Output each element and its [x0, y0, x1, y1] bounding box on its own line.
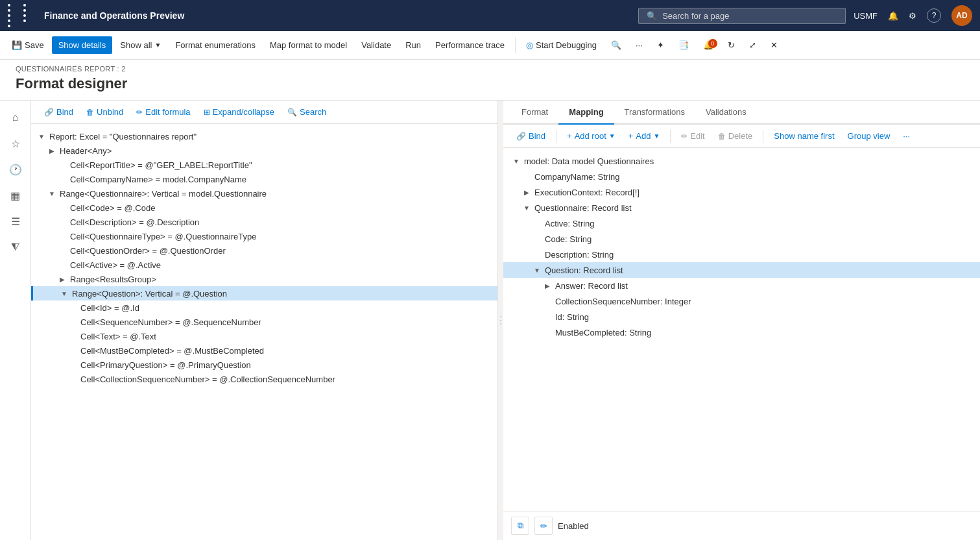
nav-filter[interactable]: ⧨ [4, 236, 27, 259]
tree-item-results-group[interactable]: ▶ Range<ResultsGroup> [31, 272, 497, 286]
tree-item-must-complete[interactable]: Cell<MustBeCompleted> = @.MustBeComplete… [31, 343, 497, 358]
tree-item-question-order[interactable]: Cell<QuestionOrder> = @.QuestionOrder [31, 243, 497, 258]
expand-questionnaire-icon: ▼ [521, 202, 532, 213]
tree-item-id[interactable]: Cell<Id> = @.Id [31, 301, 497, 315]
user-label: USMF [854, 11, 878, 21]
tree-item-text[interactable]: Cell<Text> = @.Text [31, 329, 497, 343]
breadcrumb: QUESTIONNAIRES REPORT : 2 [16, 65, 964, 73]
nav-workspaces[interactable]: ▦ [4, 184, 27, 207]
tab-format[interactable]: Format [511, 101, 558, 125]
toolbar-expand-button[interactable]: ⤢ [743, 36, 763, 54]
model-item-questionnaire[interactable]: ▼ Questionnaire: Record list [503, 200, 980, 215]
tree-item-header[interactable]: ▶ Header<Any> [31, 143, 497, 158]
map-format-button[interactable]: Map format to model [263, 36, 353, 54]
plugin-icon: ✦ [657, 40, 664, 50]
tree-item-description[interactable]: Cell<Description> = @.Description [31, 215, 497, 229]
no-expand-icon [57, 174, 67, 184]
app-title: Finance and Operations Preview [44, 10, 630, 21]
nav-favorites[interactable]: ☆ [4, 132, 27, 155]
format-toolbar: 🔗 Bind 🗑 Unbind ✏ Edit formula ⊞ Expand/… [31, 101, 497, 124]
tree-item-primary-question[interactable]: Cell<PrimaryQuestion> = @.PrimaryQuestio… [31, 358, 497, 372]
tree-item-label: Range<ResultsGroup> [70, 275, 156, 284]
tab-transformations[interactable]: Transformations [614, 101, 695, 125]
toolbar-search-button[interactable]: 🔍 [604, 36, 628, 54]
run-button[interactable]: Run [399, 36, 427, 54]
edit-button[interactable]: ✏ Edit [676, 129, 710, 143]
model-bind-button[interactable]: 🔗 Bind [511, 129, 551, 143]
toolbar-plugin-button[interactable]: ✦ [651, 36, 671, 54]
tree-item-range-questionnaire[interactable]: ▼ Range<Questionnaire>: Vertical = model… [31, 186, 497, 201]
edit-formula-button[interactable]: ✏ Edit formula [131, 104, 195, 119]
help-icon[interactable]: ? [927, 8, 941, 23]
model-item-company-name[interactable]: CompanyName: String [503, 169, 980, 184]
nav-home[interactable]: ⌂ [4, 106, 27, 129]
toolbar-close-button[interactable]: ✕ [764, 36, 784, 54]
group-view-button[interactable]: Group view [843, 129, 896, 143]
save-button[interactable]: 💾 Save [5, 36, 51, 54]
expand-question-icon: ▼ [59, 288, 69, 299]
add-button[interactable]: + Add ▼ [623, 129, 665, 143]
toolbar-more-button[interactable]: ··· [629, 36, 649, 54]
model-item-code[interactable]: Code: String [503, 231, 980, 247]
avatar[interactable]: AD [951, 5, 972, 26]
tree-item-seq-number[interactable]: Cell<SequenceNumber> = @.SequenceNumber [31, 315, 497, 329]
model-item-description[interactable]: Description: String [503, 247, 980, 262]
toolbar-separator [515, 38, 516, 53]
model-more-icon: ··· [903, 131, 910, 141]
tree-item-label: Report: Excel = "Questionnaires report" [49, 132, 197, 141]
model-toolbar-sep1 [556, 130, 556, 143]
show-details-button[interactable]: Show details [52, 36, 113, 54]
save-icon: 💾 [12, 40, 22, 50]
model-item-must-complete[interactable]: MustBeCompleted: String [503, 325, 980, 340]
model-more-button[interactable]: ··· [898, 129, 915, 143]
model-item-root[interactable]: ▼ model: Data model Questionnaires [503, 153, 980, 169]
start-debugging-button[interactable]: ◎ Start Debugging [520, 36, 603, 54]
settings-icon[interactable]: ⚙ [909, 11, 916, 21]
tree-item-code[interactable]: Cell<Code> = @.Code [31, 201, 497, 215]
tree-item-coll-seq[interactable]: Cell<CollectionSequenceNumber> = @.Colle… [31, 372, 497, 386]
expand-range-icon: ▼ [47, 188, 57, 199]
format-enumerations-button[interactable]: Format enumerations [169, 36, 262, 54]
nav-modules[interactable]: ☰ [4, 210, 27, 233]
model-item-id[interactable]: Id: String [503, 309, 980, 325]
model-item-coll-seq[interactable]: CollectionSequenceNumber: Integer [503, 293, 980, 309]
tree-item-active[interactable]: Cell<Active> = @.Active [31, 258, 497, 272]
model-item-question[interactable]: ▼ Question: Record list [503, 262, 980, 278]
copy-icon-bottom[interactable]: ⧉ [511, 517, 529, 535]
tree-item-label: Cell<Text> = @.Text [80, 332, 156, 341]
performance-trace-button[interactable]: Performance trace [429, 36, 511, 54]
validate-button[interactable]: Validate [355, 36, 398, 54]
model-item-exec-context[interactable]: ▶ ExecutionContext: Record[!] [503, 184, 980, 200]
tab-validations[interactable]: Validations [695, 101, 757, 125]
toolbar-refresh-button[interactable]: ↻ [721, 36, 741, 54]
show-all-button[interactable]: Show all ▼ [114, 36, 167, 54]
delete-button[interactable]: 🗑 Delete [713, 129, 758, 143]
model-toolbar: 🔗 Bind + Add root ▼ + Add ▼ [503, 125, 980, 148]
model-toolbar-sep3 [763, 130, 763, 143]
app-grid-button[interactable] [8, 4, 36, 27]
edit-icon-bottom[interactable]: ✏ [534, 517, 553, 535]
show-name-first-button[interactable]: Show name first [769, 129, 839, 143]
tree-item-label: Range<Questionnaire>: Vertical = model.Q… [60, 189, 267, 199]
toolbar-bookmark-button[interactable]: 📑 [672, 36, 695, 54]
expand-collapse-button[interactable]: ⊞ Expand/collapse [198, 104, 280, 119]
tree-item-label: Cell<MustBeCompleted> = @.MustBeComplete… [80, 346, 264, 356]
notification-icon[interactable]: 🔔 [888, 11, 898, 21]
nav-recent[interactable]: 🕐 [4, 158, 27, 181]
model-item-active[interactable]: Active: String [503, 215, 980, 231]
toolbar-notification-button[interactable]: 🔔 0 [697, 36, 720, 54]
tree-item-company-name[interactable]: Cell<CompanyName> = model.CompanyName [31, 172, 497, 186]
search-format-button[interactable]: 🔍 Search [282, 104, 331, 119]
panel-divider[interactable]: ⋮ [498, 101, 503, 540]
unbind-button[interactable]: 🗑 Unbind [81, 104, 128, 119]
tree-item-report-title[interactable]: Cell<ReportTitle> = @"GER_LABEL:ReportTi… [31, 158, 497, 172]
bind-button[interactable]: 🔗 Bind [39, 104, 78, 119]
tree-item-questionnaire-type[interactable]: Cell<QuestionnaireType> = @.Questionnair… [31, 229, 497, 243]
model-item-answer[interactable]: ▶ Answer: Record list [503, 278, 980, 293]
tree-item-range-question[interactable]: ▼ Range<Question>: Vertical = @.Question [31, 286, 497, 301]
tab-mapping[interactable]: Mapping [558, 101, 614, 125]
tree-item-label: Cell<Id> = @.Id [80, 303, 139, 313]
add-root-button[interactable]: + Add root ▼ [562, 129, 621, 143]
tree-item-root[interactable]: ▼ Report: Excel = "Questionnaires report… [31, 129, 497, 143]
global-search[interactable]: 🔍 Search for a page [638, 8, 846, 24]
